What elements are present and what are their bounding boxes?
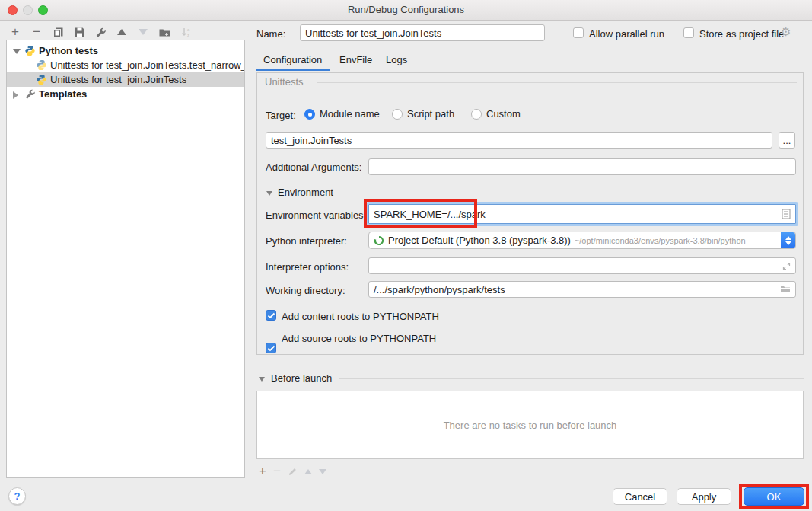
additional-arguments-input[interactable] [368,158,796,175]
tree-item-label: Unittests for test_join.JoinTests.test_n… [50,59,245,71]
copy-configuration-icon[interactable] [52,26,64,38]
expander-closed-icon[interactable] [13,91,20,97]
help-button[interactable]: ? [8,487,26,505]
svg-text:a: a [187,27,190,32]
additional-arguments-label: Additional Arguments: [266,161,361,173]
working-directory-value: /.../spark/python/pyspark/tests [374,284,505,295]
script-path-radio-label: Script path [407,108,454,120]
conda-interpreter-icon [374,235,384,246]
no-tasks-message: There are no tasks to run before launch [444,420,617,431]
tree-item-unittest-narrow[interactable]: Unittests for test_join.JoinTests.test_n… [7,58,244,72]
group-divider [317,82,797,83]
target-option-module-name[interactable]: Module name [304,108,380,120]
move-task-down-icon[interactable] [319,469,326,474]
environment-variables-value: SPARK_HOME=/.../spark [374,209,486,220]
python-icon [24,45,36,56]
python-interpreter-select[interactable]: Project Default (Python 3.8 (pyspark-3.8… [368,232,796,249]
move-up-icon[interactable] [116,26,128,38]
svg-text:z: z [187,33,189,37]
custom-radio[interactable] [471,109,482,120]
module-name-radio[interactable] [304,109,315,120]
environment-collapse-icon[interactable] [266,191,272,196]
environment-group-label: Environment [278,187,333,198]
add-source-roots-label: Add source roots to PYTHONPATH [282,333,436,344]
configurations-tree: Python tests Unittests for test_join.Joi… [6,40,245,478]
target-option-custom[interactable]: Custom [471,108,521,120]
script-path-radio[interactable] [392,109,403,120]
before-launch-toolbar: + − [259,465,326,477]
move-down-icon[interactable] [137,26,149,38]
tab-logs[interactable]: Logs [386,54,407,65]
store-as-project-file-label: Store as project file [699,28,784,40]
before-launch-group-label: Before launch [271,372,332,384]
module-name-input[interactable] [266,132,772,149]
ok-button[interactable]: OK [744,487,804,506]
store-settings-gear-icon[interactable]: ⚙ [781,26,791,38]
environment-variables-label: Environment variables: [266,209,366,221]
edit-templates-wrench-icon[interactable] [94,26,107,38]
target-option-script-path[interactable]: Script path [392,108,454,120]
save-configuration-icon[interactable] [73,26,85,38]
run-debug-configurations-dialog: Run/Debug Configurations + − az Python t… [0,0,812,511]
folder-icon[interactable] [780,285,791,294]
remove-task-icon[interactable]: − [273,465,281,477]
cancel-button[interactable]: Cancel [613,488,667,505]
sort-configurations-icon[interactable]: az [180,26,192,38]
python-interpreter-path: ~/opt/miniconda3/envs/pyspark-3.8/bin/py… [575,236,746,245]
python-test-icon [36,74,47,85]
environment-variables-input[interactable]: SPARK_HOME=/.../spark [368,204,796,224]
python-interpreter-value: Project Default (Python 3.8 (pyspark-3.8… [388,235,571,246]
expand-field-icon[interactable] [782,262,791,270]
variables-list-icon[interactable] [782,209,791,219]
before-launch-tasks-list[interactable]: There are no tasks to run before launch [256,391,804,459]
tab-envfile[interactable]: EnvFile [339,54,372,65]
module-name-radio-label: Module name [320,108,380,120]
group-divider [343,193,797,193]
group-divider [339,378,804,379]
allow-parallel-run-checkbox[interactable] [573,27,584,38]
add-source-roots-checkbox[interactable] [266,343,276,353]
title-bar: Run/Debug Configurations [0,0,812,21]
add-configuration-icon[interactable]: + [9,26,21,38]
tree-item-label: Templates [39,88,87,100]
browse-button[interactable]: ... [779,132,795,149]
name-label: Name: [256,28,285,40]
add-content-roots-checkbox[interactable] [266,310,276,321]
custom-radio-label: Custom [486,108,521,120]
tab-configuration[interactable]: Configuration [263,54,322,65]
apply-button[interactable]: Apply [677,488,731,505]
tree-item-unittest-jointests-selected[interactable]: Unittests for test_join.JoinTests [7,72,244,87]
target-label: Target: [266,110,296,121]
interpreter-options-label: Interpreter options: [266,261,349,273]
remove-configuration-icon[interactable]: − [30,26,43,38]
templates-wrench-icon [24,88,36,100]
unittests-group-label: Unittests [265,76,304,88]
python-interpreter-label: Python interpreter: [266,235,347,247]
add-task-icon[interactable]: + [259,465,266,477]
tree-item-label: Unittests for test_join.JoinTests [50,74,186,85]
interpreter-dropdown-stepper[interactable] [781,232,795,248]
tree-item-label: Python tests [39,45,98,56]
name-input[interactable] [300,24,545,41]
new-folder-icon[interactable] [158,26,170,38]
add-content-roots-label: Add content roots to PYTHONPATH [282,311,439,322]
configuration-panel: Unittests Target: Module name Script pat… [256,72,804,355]
tree-item-templates[interactable]: Templates [7,87,244,101]
window-title: Run/Debug Configurations [0,4,812,15]
expander-open-icon[interactable] [13,47,20,54]
allow-parallel-run-label: Allow parallel run [589,28,664,40]
move-task-up-icon[interactable] [304,469,312,474]
before-launch-collapse-icon[interactable] [259,377,265,382]
working-directory-input[interactable]: /.../spark/python/pyspark/tests [368,281,796,298]
working-directory-label: Working directory: [266,285,345,296]
tree-item-python-tests[interactable]: Python tests [7,43,244,58]
active-tab-underline [256,69,330,71]
interpreter-options-input[interactable] [368,257,796,274]
help-label: ? [14,490,21,502]
store-as-project-file-checkbox[interactable] [683,27,694,38]
python-test-icon [36,59,47,71]
edit-task-pencil-icon[interactable] [288,467,298,477]
configurations-toolbar: + − az [9,24,192,40]
